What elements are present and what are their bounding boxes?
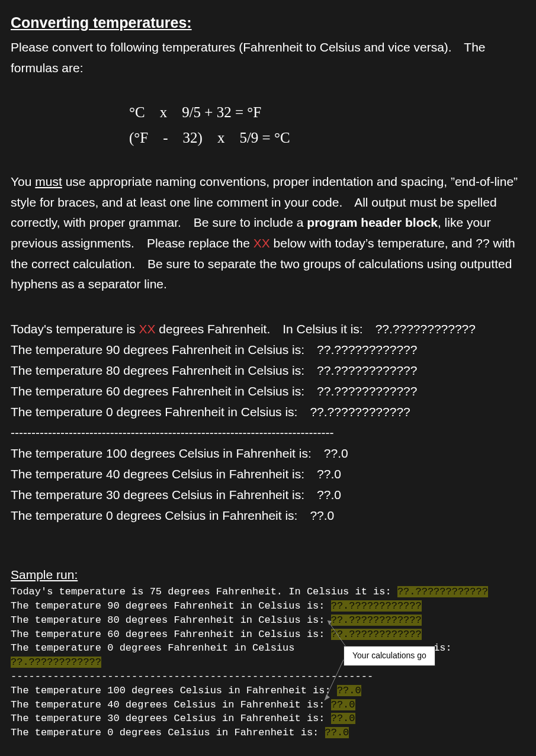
output-line: The temperature 30 degrees Celsius in Fa… [11, 484, 525, 505]
separator-line: ----------------------------------------… [11, 670, 525, 684]
sample-line: The temperature 0 degrees Fahrenheit in … [11, 641, 525, 655]
sample-line: The temperature 60 degrees Fahrenheit in… [11, 628, 525, 642]
text-fragment: The temperature 80 degrees Fahrenheit in… [11, 615, 331, 626]
sample-line: Today's temperature is 75 degrees Fahren… [11, 585, 525, 599]
output-line: The temperature 0 degrees Fahrenheit in … [11, 401, 525, 422]
separator-line: ----------------------------------------… [11, 422, 525, 443]
sample-run-block: Today's temperature is 75 degrees Fahren… [11, 585, 525, 740]
output-line: The temperature 80 degrees Fahrenheit in… [11, 360, 525, 381]
highlighted-value: ??.???????????? [397, 586, 488, 597]
text-fragment: The temperature 100 degrees Celsius in F… [11, 685, 337, 696]
formula-f-to-c: (°F - 32) x 5/9 = °C [129, 125, 525, 151]
output-line: The temperature 60 degrees Fahrenheit in… [11, 381, 525, 401]
sample-line: The temperature 80 degrees Fahrenheit in… [11, 613, 525, 628]
text-fragment: The temperature 90 degrees Fahrenheit in… [11, 600, 331, 612]
highlighted-value: ??.0 [331, 713, 355, 724]
must-text: must [35, 175, 62, 188]
svg-marker-3 [325, 694, 330, 700]
formula-c-to-f: °C x 9/5 + 32 = °F [129, 99, 525, 126]
text-fragment: The temperature 0 degrees Celsius in Fah… [11, 727, 325, 738]
sample-line: The temperature 90 degrees Fahrenheit in… [11, 599, 525, 613]
svg-marker-1 [328, 620, 332, 625]
xx-placeholder: XX [139, 322, 155, 336]
output-line: The temperature 0 degrees Celsius in Fah… [11, 505, 525, 526]
highlighted-value: ??.???????????? [331, 600, 422, 612]
text-fragment: Today's temperature is [11, 322, 139, 336]
sample-line: The temperature 0 degrees Celsius in Fah… [11, 726, 525, 740]
expected-output-block: Today's temperature is XX degrees Fahren… [11, 319, 525, 526]
text-fragment: The temperature 0 degrees Fahrenheit in … [11, 642, 294, 654]
program-header-block-text: program header block [307, 215, 438, 229]
output-line: Today's temperature is XX degrees Fahren… [11, 319, 525, 339]
section-heading: Converting temperatures: [11, 11, 525, 35]
highlighted-value: ??.0 [325, 727, 349, 738]
sample-line: ??.???????????? [11, 655, 525, 670]
output-line: The temperature 40 degrees Celsius in Fa… [11, 464, 525, 484]
sample-line: The temperature 40 degrees Celsius in Fa… [11, 698, 525, 712]
instructions-paragraph: You must use appropriate naming conventi… [11, 172, 525, 295]
svg-line-2 [325, 656, 345, 700]
intro-text: Please convert to following temperatures… [11, 37, 525, 78]
text-fragment: The temperature 40 degrees Celsius in Fa… [11, 699, 331, 710]
sample-line: The temperature 100 degrees Celsius in F… [11, 684, 525, 698]
callout-box: Your calculations go [344, 646, 435, 666]
sample-run-heading: Sample run: [11, 565, 525, 586]
text-fragment: is: [434, 642, 452, 654]
formula-block: °C x 9/5 + 32 = °F (°F - 32) x 5/9 = °C [129, 99, 525, 152]
text-fragment: You [11, 175, 35, 188]
highlighted-value: ??.???????????? [11, 657, 101, 668]
output-line: The temperature 100 degrees Celsius in F… [11, 443, 525, 464]
output-line: The temperature 90 degrees Fahrenheit in… [11, 339, 525, 360]
arrow-icon [325, 617, 351, 650]
xx-placeholder: XX [253, 236, 270, 250]
text-fragment: The temperature 60 degrees Fahrenheit in… [11, 629, 331, 640]
text-fragment: degrees Fahrenheit. In Celsius it is: ??… [155, 322, 476, 336]
text-fragment: The temperature 30 degrees Celsius in Fa… [11, 713, 331, 724]
sample-line: The temperature 30 degrees Celsius in Fa… [11, 712, 525, 726]
text-fragment: Today's temperature is 75 degrees Fahren… [11, 586, 397, 597]
